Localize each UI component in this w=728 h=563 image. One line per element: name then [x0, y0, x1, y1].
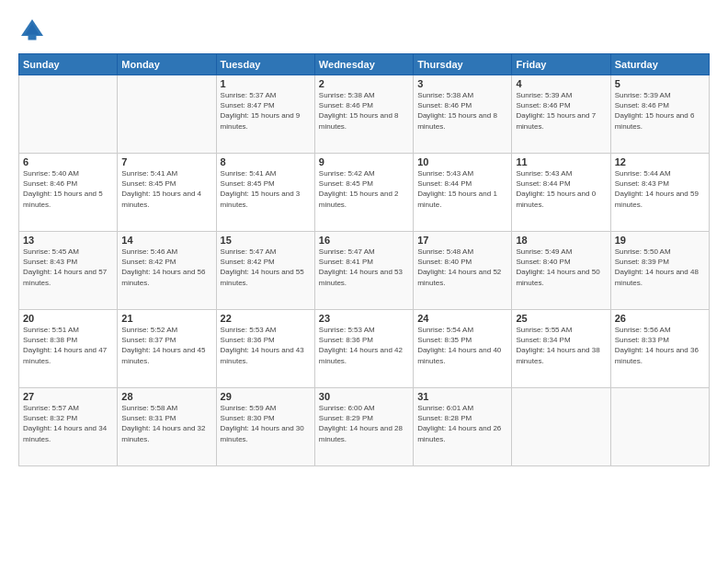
logo	[18, 17, 50, 44]
day-number: 15	[221, 235, 311, 246]
day-info: Sunrise: 5:47 AM Sunset: 8:42 PM Dayligh…	[221, 247, 311, 288]
header-day-friday: Friday	[512, 54, 610, 75]
day-number: 28	[121, 391, 211, 402]
day-number: 17	[417, 235, 507, 246]
day-info: Sunrise: 5:38 AM Sunset: 8:46 PM Dayligh…	[417, 90, 507, 132]
calendar-cell: 8Sunrise: 5:41 AM Sunset: 8:45 PM Daylig…	[216, 154, 314, 232]
day-info: Sunrise: 5:58 AM Sunset: 8:31 PM Dayligh…	[121, 403, 211, 444]
day-info: Sunrise: 5:39 AM Sunset: 8:46 PM Dayligh…	[516, 90, 606, 132]
day-number: 5	[615, 78, 705, 89]
day-info: Sunrise: 5:50 AM Sunset: 8:39 PM Dayligh…	[615, 247, 705, 288]
day-info: Sunrise: 5:37 AM Sunset: 8:47 PM Dayligh…	[221, 90, 311, 132]
calendar-cell: 11Sunrise: 5:43 AM Sunset: 8:44 PM Dayli…	[512, 154, 610, 232]
calendar-cell: 5Sunrise: 5:39 AM Sunset: 8:46 PM Daylig…	[610, 75, 709, 154]
calendar-cell	[610, 388, 709, 466]
day-number: 2	[319, 78, 409, 89]
day-number: 11	[516, 156, 606, 167]
calendar-cell	[512, 388, 610, 466]
calendar-week-row: 1Sunrise: 5:37 AM Sunset: 8:47 PM Daylig…	[19, 75, 710, 154]
calendar-cell: 19Sunrise: 5:50 AM Sunset: 8:39 PM Dayli…	[610, 232, 709, 310]
day-number: 22	[221, 313, 311, 324]
calendar-week-row: 27Sunrise: 5:57 AM Sunset: 8:32 PM Dayli…	[19, 388, 710, 466]
day-info: Sunrise: 5:42 AM Sunset: 8:45 PM Dayligh…	[319, 168, 409, 210]
day-info: Sunrise: 5:47 AM Sunset: 8:41 PM Dayligh…	[319, 247, 409, 288]
day-number: 26	[615, 313, 705, 324]
calendar-cell: 18Sunrise: 5:49 AM Sunset: 8:40 PM Dayli…	[512, 232, 610, 310]
calendar-cell: 15Sunrise: 5:47 AM Sunset: 8:42 PM Dayli…	[216, 232, 314, 310]
day-info: Sunrise: 5:48 AM Sunset: 8:40 PM Dayligh…	[417, 247, 507, 288]
day-info: Sunrise: 5:59 AM Sunset: 8:30 PM Dayligh…	[221, 403, 311, 444]
header-day-wednesday: Wednesday	[314, 54, 413, 75]
day-info: Sunrise: 5:54 AM Sunset: 8:35 PM Dayligh…	[417, 325, 507, 366]
day-number: 14	[121, 235, 211, 246]
calendar-cell: 27Sunrise: 5:57 AM Sunset: 8:32 PM Dayli…	[19, 388, 118, 466]
header-day-thursday: Thursday	[414, 54, 512, 75]
day-number: 1	[221, 78, 311, 89]
logo-icon	[18, 17, 46, 44]
calendar-cell: 20Sunrise: 5:51 AM Sunset: 8:38 PM Dayli…	[19, 310, 118, 388]
calendar-cell: 9Sunrise: 5:42 AM Sunset: 8:45 PM Daylig…	[314, 154, 413, 232]
calendar-cell: 25Sunrise: 5:55 AM Sunset: 8:34 PM Dayli…	[512, 310, 610, 388]
calendar-header-row: SundayMondayTuesdayWednesdayThursdayFrid…	[19, 54, 710, 75]
day-info: Sunrise: 5:41 AM Sunset: 8:45 PM Dayligh…	[121, 168, 211, 210]
day-number: 25	[516, 313, 606, 324]
calendar-cell: 31Sunrise: 6:01 AM Sunset: 8:28 PM Dayli…	[414, 388, 512, 466]
calendar-cell: 1Sunrise: 5:37 AM Sunset: 8:47 PM Daylig…	[216, 75, 314, 154]
calendar-week-row: 6Sunrise: 5:40 AM Sunset: 8:46 PM Daylig…	[19, 154, 710, 232]
day-number: 13	[23, 235, 113, 246]
day-info: Sunrise: 5:43 AM Sunset: 8:44 PM Dayligh…	[417, 168, 507, 210]
calendar-cell: 23Sunrise: 5:53 AM Sunset: 8:36 PM Dayli…	[314, 310, 413, 388]
calendar-cell: 14Sunrise: 5:46 AM Sunset: 8:42 PM Dayli…	[118, 232, 216, 310]
calendar-cell: 22Sunrise: 5:53 AM Sunset: 8:36 PM Dayli…	[216, 310, 314, 388]
day-number: 6	[23, 156, 113, 167]
calendar-week-row: 13Sunrise: 5:45 AM Sunset: 8:43 PM Dayli…	[19, 232, 710, 310]
day-info: Sunrise: 5:38 AM Sunset: 8:46 PM Dayligh…	[319, 90, 409, 132]
header-day-monday: Monday	[118, 54, 216, 75]
svg-rect-2	[28, 36, 37, 40]
calendar-cell: 28Sunrise: 5:58 AM Sunset: 8:31 PM Dayli…	[118, 388, 216, 466]
header	[18, 17, 710, 44]
header-day-tuesday: Tuesday	[216, 54, 314, 75]
header-day-saturday: Saturday	[610, 54, 709, 75]
day-info: Sunrise: 5:45 AM Sunset: 8:43 PM Dayligh…	[23, 247, 113, 288]
day-info: Sunrise: 5:44 AM Sunset: 8:43 PM Dayligh…	[615, 168, 705, 210]
day-number: 21	[121, 313, 211, 324]
day-info: Sunrise: 5:39 AM Sunset: 8:46 PM Dayligh…	[615, 90, 705, 132]
calendar-cell: 10Sunrise: 5:43 AM Sunset: 8:44 PM Dayli…	[414, 154, 512, 232]
calendar-cell: 2Sunrise: 5:38 AM Sunset: 8:46 PM Daylig…	[314, 75, 413, 154]
day-number: 20	[23, 313, 113, 324]
calendar-cell: 13Sunrise: 5:45 AM Sunset: 8:43 PM Dayli…	[19, 232, 118, 310]
day-info: Sunrise: 6:00 AM Sunset: 8:29 PM Dayligh…	[319, 403, 409, 444]
day-info: Sunrise: 5:53 AM Sunset: 8:36 PM Dayligh…	[319, 325, 409, 366]
day-info: Sunrise: 5:49 AM Sunset: 8:40 PM Dayligh…	[516, 247, 606, 288]
day-number: 30	[319, 391, 409, 402]
day-info: Sunrise: 5:57 AM Sunset: 8:32 PM Dayligh…	[23, 403, 113, 444]
day-info: Sunrise: 5:56 AM Sunset: 8:33 PM Dayligh…	[615, 325, 705, 366]
calendar-cell: 12Sunrise: 5:44 AM Sunset: 8:43 PM Dayli…	[610, 154, 709, 232]
day-number: 8	[221, 156, 311, 167]
calendar-cell: 29Sunrise: 5:59 AM Sunset: 8:30 PM Dayli…	[216, 388, 314, 466]
day-number: 16	[319, 235, 409, 246]
day-info: Sunrise: 6:01 AM Sunset: 8:28 PM Dayligh…	[417, 403, 507, 444]
day-info: Sunrise: 5:52 AM Sunset: 8:37 PM Dayligh…	[121, 325, 211, 366]
day-info: Sunrise: 5:51 AM Sunset: 8:38 PM Dayligh…	[23, 325, 113, 366]
day-number: 9	[319, 156, 409, 167]
day-info: Sunrise: 5:46 AM Sunset: 8:42 PM Dayligh…	[121, 247, 211, 288]
day-number: 23	[319, 313, 409, 324]
calendar-week-row: 20Sunrise: 5:51 AM Sunset: 8:38 PM Dayli…	[19, 310, 710, 388]
calendar-cell: 26Sunrise: 5:56 AM Sunset: 8:33 PM Dayli…	[610, 310, 709, 388]
calendar-cell: 4Sunrise: 5:39 AM Sunset: 8:46 PM Daylig…	[512, 75, 610, 154]
calendar-cell: 17Sunrise: 5:48 AM Sunset: 8:40 PM Dayli…	[414, 232, 512, 310]
calendar-cell: 30Sunrise: 6:00 AM Sunset: 8:29 PM Dayli…	[314, 388, 413, 466]
day-number: 29	[221, 391, 311, 402]
day-number: 4	[516, 78, 606, 89]
day-number: 27	[23, 391, 113, 402]
page: SundayMondayTuesdayWednesdayThursdayFrid…	[0, 0, 728, 563]
day-info: Sunrise: 5:43 AM Sunset: 8:44 PM Dayligh…	[516, 168, 606, 210]
calendar-table: SundayMondayTuesdayWednesdayThursdayFrid…	[18, 53, 710, 466]
calendar-cell: 3Sunrise: 5:38 AM Sunset: 8:46 PM Daylig…	[414, 75, 512, 154]
day-info: Sunrise: 5:53 AM Sunset: 8:36 PM Dayligh…	[221, 325, 311, 366]
calendar-cell: 24Sunrise: 5:54 AM Sunset: 8:35 PM Dayli…	[414, 310, 512, 388]
day-number: 3	[417, 78, 507, 89]
day-number: 31	[417, 391, 507, 402]
